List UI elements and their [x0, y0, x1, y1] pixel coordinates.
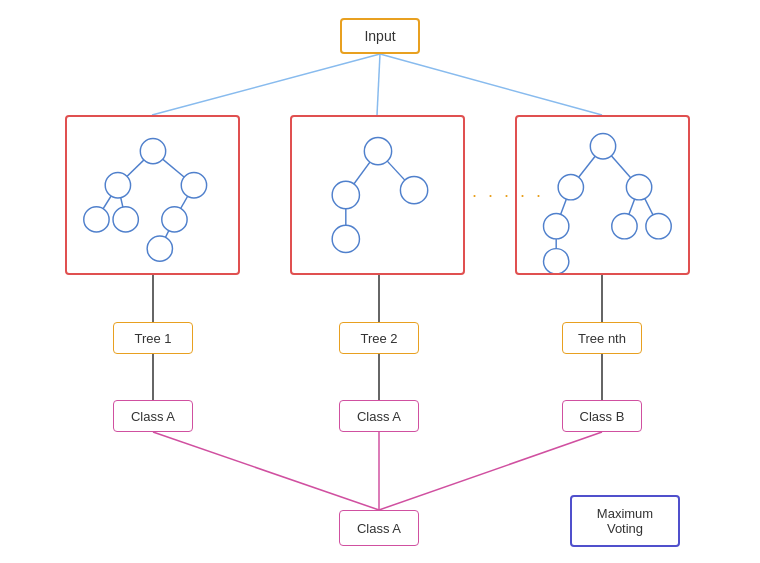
class-box-3: Class B	[562, 400, 642, 432]
max-voting-label: MaximumVoting	[597, 506, 653, 536]
diagram: Input	[0, 0, 760, 563]
final-class-label: Class A	[357, 521, 401, 536]
input-label: Input	[364, 28, 395, 44]
svg-point-41	[544, 214, 569, 239]
svg-point-29	[332, 181, 359, 208]
max-voting-box: MaximumVoting	[570, 495, 680, 547]
svg-line-1	[377, 54, 380, 115]
connection-lines	[0, 0, 760, 563]
tree-frame-2	[290, 115, 465, 275]
svg-point-30	[400, 176, 427, 203]
tree-nth-label: Tree nth	[578, 331, 626, 346]
ellipsis-dots: · · · · ·	[472, 185, 544, 206]
tree-label-nth: Tree nth	[562, 322, 642, 354]
svg-point-40	[626, 175, 651, 200]
tree-diagram-1	[67, 117, 238, 273]
class-1-label: Class A	[131, 409, 175, 424]
svg-point-28	[364, 137, 391, 164]
tree-2-label: Tree 2	[360, 331, 397, 346]
svg-point-23	[162, 207, 187, 232]
svg-line-9	[153, 432, 379, 510]
final-class-box: Class A	[339, 510, 419, 546]
svg-point-24	[147, 236, 172, 261]
svg-point-18	[140, 138, 165, 163]
svg-line-11	[379, 432, 602, 510]
svg-point-22	[113, 207, 138, 232]
class-3-label: Class B	[580, 409, 625, 424]
svg-point-42	[612, 214, 637, 239]
tree-diagram-2	[292, 117, 463, 273]
svg-line-0	[152, 54, 380, 115]
tree-label-2: Tree 2	[339, 322, 419, 354]
class-box-2: Class A	[339, 400, 419, 432]
svg-point-19	[105, 173, 130, 198]
svg-line-2	[380, 54, 602, 115]
svg-point-31	[332, 225, 359, 252]
tree-label-1: Tree 1	[113, 322, 193, 354]
svg-point-21	[84, 207, 109, 232]
input-box: Input	[340, 18, 420, 54]
svg-point-44	[544, 249, 569, 273]
svg-point-38	[590, 134, 615, 159]
svg-point-43	[646, 214, 671, 239]
svg-point-20	[181, 173, 206, 198]
tree-frame-1	[65, 115, 240, 275]
tree-1-label: Tree 1	[134, 331, 171, 346]
svg-point-39	[558, 175, 583, 200]
class-2-label: Class A	[357, 409, 401, 424]
class-box-1: Class A	[113, 400, 193, 432]
